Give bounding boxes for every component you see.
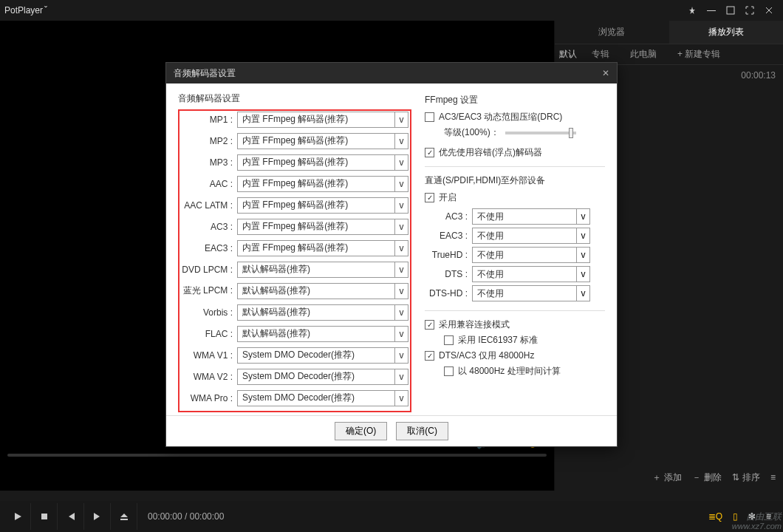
chevron-down-icon: v	[576, 286, 589, 301]
settings-icon[interactable]: ✻	[748, 511, 756, 522]
passthrough-enable-checkbox[interactable]: 开启	[425, 191, 605, 204]
decoder-select[interactable]: 内置 FFmpeg 解码器(推荐)v	[237, 240, 408, 256]
delete-button[interactable]: －删除	[692, 471, 722, 484]
plus-icon: ＋	[652, 471, 661, 484]
decoder-label: Vorbis :	[181, 307, 237, 318]
passthrough-row: TrueHD :不使用v	[425, 245, 605, 265]
iec-checkbox[interactable]: 采用 IEC61937 标准	[425, 334, 605, 347]
decoder-select[interactable]: System DMO Decoder(推荐)v	[237, 390, 408, 406]
dialog-close-icon[interactable]: ✕	[602, 68, 609, 78]
decoder-select[interactable]: 内置 FFmpeg 解码器(推荐)v	[237, 154, 408, 171]
chevron-down-icon: v	[394, 198, 408, 213]
decoder-label: WMA Pro :	[181, 393, 237, 403]
tab-album[interactable]: 专辑	[581, 44, 620, 64]
decoder-select[interactable]: 内置 FFmpeg 解码器(推荐)v	[237, 176, 408, 192]
subtitles-icon[interactable]: ≣Q	[708, 511, 722, 522]
dialog-title: 音频解码器设置	[174, 67, 236, 80]
passthrough-label: TrueHD :	[425, 250, 472, 260]
app-menu[interactable]: PotPlayer ˇ	[4, 5, 47, 16]
next-button[interactable]	[84, 503, 111, 530]
title-bar: PotPlayer ˇ	[0, 0, 783, 21]
bookmark-icon[interactable]: ▯	[733, 511, 738, 522]
decoder-select[interactable]: System DMO Decoder(推荐)v	[237, 347, 408, 364]
ok-button[interactable]: 确定(O)	[335, 422, 387, 440]
drc-checkbox[interactable]: AC3/EAC3 动态范围压缩(DRC)	[425, 111, 605, 123]
progress-bar[interactable]	[0, 451, 554, 460]
passthrough-row: EAC3 :不使用v	[425, 226, 605, 245]
dialog-titlebar[interactable]: 音频解码器设置 ✕	[166, 63, 617, 83]
decoder-section-title: 音频解码器设置	[178, 92, 411, 105]
decoder-label: EAC3 :	[181, 243, 237, 253]
svg-rect-1	[727, 7, 734, 14]
decoder-value: 内置 FFmpeg 解码器(推荐)	[238, 156, 394, 168]
time-display: 00:00:00 / 00:00:00	[137, 511, 234, 522]
sort-button[interactable]: ⇅排序	[732, 471, 760, 484]
decoder-row: 蓝光 LPCM :默认解码器(推荐)v	[181, 282, 408, 299]
decoder-select[interactable]: 默认解码器(推荐)v	[237, 283, 408, 299]
close-icon[interactable]	[759, 3, 779, 18]
decoder-label: WMA V2 :	[181, 372, 237, 382]
add-button[interactable]: ＋添加	[652, 471, 682, 484]
float-decoder-checkbox[interactable]: 优先使用容错(浮点)解码器	[425, 146, 605, 159]
svg-rect-0	[707, 10, 716, 11]
app-title: PotPlayer	[4, 5, 43, 16]
decoder-select[interactable]: 内置 FFmpeg 解码器(推荐)v	[237, 197, 408, 214]
tab-playlist[interactable]: 播放列表	[669, 21, 784, 44]
decoder-select[interactable]: 默认解码器(推荐)v	[237, 262, 408, 278]
compat-mode-checkbox[interactable]: 采用兼容连接模式	[425, 318, 605, 331]
decoder-row: DVD LPCM :默认解码器(推荐)v	[181, 261, 408, 278]
minimize-icon[interactable]	[702, 3, 721, 18]
stop-button[interactable]	[31, 503, 58, 530]
passthrough-select[interactable]: 不使用v	[472, 266, 590, 282]
decoder-row: MP3 :内置 FFmpeg 解码器(推荐)v	[181, 154, 408, 171]
fullscreen-icon[interactable]	[740, 3, 759, 18]
play-button[interactable]	[4, 503, 31, 530]
decoder-select[interactable]: System DMO Decoder(推荐)v	[237, 369, 408, 385]
list-icon[interactable]: ≡	[770, 472, 776, 482]
tab-new-album[interactable]: + 新建专辑	[667, 44, 731, 64]
decoder-select[interactable]: 默认解码器(推荐)v	[237, 304, 408, 321]
prev-button[interactable]	[58, 503, 84, 530]
passthrough-select[interactable]: 不使用v	[472, 228, 590, 244]
passthrough-section-title: 直通(S/PDIF,HDMI)至外部设备	[425, 174, 605, 187]
tab-browser[interactable]: 浏览器	[555, 21, 669, 44]
decoder-value: 内置 FFmpeg 解码器(推荐)	[238, 113, 394, 126]
cancel-button[interactable]: 取消(C)	[396, 422, 448, 440]
drc-level-slider[interactable]: 等级(100%)：	[425, 126, 605, 139]
sort-icon: ⇅	[732, 472, 739, 482]
passthrough-label: AC3 :	[425, 211, 472, 222]
dtsac3-48k-checkbox[interactable]: DTS/AC3 仅用 48000Hz	[425, 349, 605, 362]
eject-button[interactable]	[111, 503, 137, 530]
chevron-down-icon: v	[394, 327, 408, 341]
passthrough-row: AC3 :不使用v	[425, 207, 605, 226]
dialog-footer: 确定(O) 取消(C)	[166, 415, 617, 446]
side-tabs-primary: 浏览器 播放列表	[555, 21, 783, 44]
decoder-select[interactable]: 内置 FFmpeg 解码器(推荐)v	[237, 133, 408, 149]
decoder-label: 蓝光 LPCM :	[181, 284, 237, 297]
menu-icon[interactable]: ≡	[766, 511, 771, 522]
ffmpeg-section-title: FFmpeg 设置	[425, 94, 605, 106]
chevron-down-icon: v	[394, 262, 408, 277]
tab-thispc[interactable]: 此电脑	[620, 44, 667, 64]
decoder-label: MP3 :	[181, 157, 237, 168]
decoder-row: FLAC :默认解码器(推荐)v	[181, 325, 408, 342]
decoder-select[interactable]: 内置 FFmpeg 解码器(推荐)v	[237, 112, 408, 128]
decoder-value: 默认解码器(推荐)	[238, 306, 394, 318]
time48-checkbox[interactable]: 以 48000Hz 处理时间计算	[425, 365, 605, 378]
passthrough-select[interactable]: 不使用v	[472, 208, 590, 225]
maximize-icon[interactable]	[721, 3, 740, 18]
decoder-label: DVD LPCM :	[181, 265, 237, 275]
chevron-down-icon: v	[394, 219, 408, 234]
passthrough-select[interactable]: 不使用v	[472, 285, 590, 301]
pin-icon[interactable]	[683, 3, 702, 18]
chevron-down-icon: v	[394, 284, 408, 299]
decoder-select[interactable]: 默认解码器(推荐)v	[237, 326, 408, 342]
passthrough-label: EAC3 :	[425, 231, 472, 241]
decoder-select[interactable]: 内置 FFmpeg 解码器(推荐)v	[237, 219, 408, 235]
chevron-down-icon: v	[394, 369, 408, 384]
chevron-down-icon: v	[394, 305, 408, 320]
passthrough-select[interactable]: 不使用v	[472, 247, 590, 263]
decoder-label: AAC LATM :	[181, 200, 237, 211]
chevron-down-icon: v	[394, 177, 408, 191]
decoder-label: FLAC :	[181, 329, 237, 339]
